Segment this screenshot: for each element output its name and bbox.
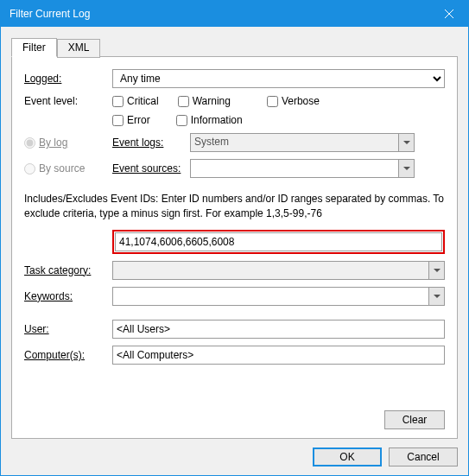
information-label: Information	[191, 114, 243, 126]
critical-checkbox[interactable]	[112, 96, 124, 107]
computers-input[interactable]	[112, 346, 445, 365]
bysource-radio	[24, 163, 35, 175]
computers-label: Computer(s):	[24, 349, 112, 361]
user-label: User:	[24, 323, 112, 335]
eventsources-value	[191, 160, 398, 177]
dialog-buttons: OK Cancel	[11, 439, 458, 466]
error-label: Error	[127, 114, 150, 126]
taskcat-value	[113, 262, 428, 279]
eventlogs-dropdown-button	[398, 134, 414, 151]
warning-checkbox[interactable]	[178, 96, 189, 107]
eventlogs-value: System	[191, 134, 398, 151]
chevron-down-icon	[434, 295, 440, 298]
close-button[interactable]	[429, 1, 468, 27]
eventlevel-label: Event level:	[24, 95, 112, 107]
bysource-label: By source	[39, 162, 85, 175]
keywords-label: Keywords:	[24, 290, 112, 302]
cancel-button[interactable]: Cancel	[389, 447, 458, 466]
eventsources-label: Event sources:	[112, 162, 190, 175]
taskcat-label: Task category:	[24, 264, 112, 276]
logged-select[interactable]: Any time	[112, 69, 445, 88]
logged-label: Logged:	[24, 73, 112, 85]
tab-filter[interactable]: Filter	[11, 38, 57, 57]
eventids-description: Includes/Excludes Event IDs: Enter ID nu…	[24, 192, 445, 221]
filter-panel: Logged: Any time Event level: Critical W…	[11, 56, 458, 439]
information-checkbox[interactable]	[176, 115, 187, 126]
ok-button[interactable]: OK	[313, 447, 382, 466]
dialog-window: Filter Current Log Filter XML Logged: An…	[0, 0, 469, 476]
bylog-radio	[24, 137, 35, 149]
eventlogs-label: Event logs:	[112, 136, 190, 149]
user-input[interactable]	[112, 320, 445, 339]
chevron-down-icon	[434, 269, 440, 272]
taskcat-dropdown-button	[428, 262, 444, 279]
eventsources-dropdown[interactable]	[190, 159, 415, 178]
warning-label: Warning	[193, 95, 231, 107]
eventlogs-dropdown: System	[190, 133, 415, 152]
tab-xml[interactable]: XML	[57, 39, 101, 58]
chevron-down-icon	[403, 141, 410, 144]
content-area: Filter XML Logged: Any time Event level:…	[1, 27, 468, 475]
eventids-highlight	[112, 230, 445, 254]
clear-button[interactable]: Clear	[384, 410, 445, 429]
bylog-label: By log	[39, 136, 67, 149]
critical-label: Critical	[127, 95, 159, 107]
close-icon	[445, 10, 453, 18]
titlebar: Filter Current Log	[1, 1, 468, 27]
taskcat-dropdown	[112, 261, 445, 280]
keywords-value	[113, 288, 428, 305]
chevron-down-icon	[403, 167, 410, 170]
keywords-dropdown-button[interactable]	[428, 288, 444, 305]
tab-container: Filter XML Logged: Any time Event level:…	[11, 37, 458, 439]
eventsources-dropdown-button[interactable]	[398, 160, 414, 177]
tab-strip: Filter XML	[11, 37, 458, 56]
verbose-checkbox[interactable]	[267, 96, 278, 107]
keywords-dropdown[interactable]	[112, 287, 445, 306]
window-title: Filter Current Log	[10, 8, 429, 20]
error-checkbox[interactable]	[112, 115, 124, 126]
eventids-input[interactable]	[115, 232, 442, 251]
verbose-label: Verbose	[282, 95, 320, 107]
